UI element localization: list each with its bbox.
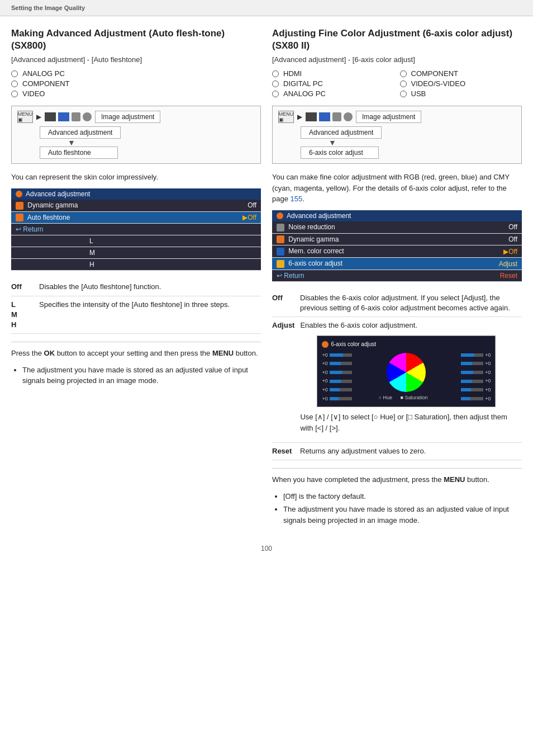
screen-header-icon [16, 191, 22, 197]
def-row-lmh: L M H Specifies the intensity of the [Au… [11, 296, 261, 334]
icon-box-camera [72, 112, 80, 121]
icon-box-dark [45, 112, 56, 121]
icon-box-info [83, 112, 92, 121]
table-row-return: ↩ Return Reset [272, 270, 522, 282]
left-screen-table: Advanced adjustment Dynamic gamma Off [11, 188, 261, 271]
def-row-off: Off Disables the [Auto fleshtone] functi… [11, 278, 261, 296]
radio-circle [400, 91, 407, 97]
color-wheel-diagram: 6-axis color adjust +0 +0 +0 +0 +0 +0 [317, 336, 496, 408]
right-heading: Adjusting Fine Color Adjustment (6-axis … [272, 27, 522, 52]
page-header: Setting the Image Quality [0, 0, 533, 16]
left-menu-diagram: MENU▣ ▶ Image adjustment Advanced adjust… [11, 106, 261, 164]
radio-circle [400, 81, 407, 87]
menu-icon: MENU▣ [278, 111, 294, 123]
divider [11, 342, 261, 342]
row-icon [277, 235, 284, 243]
screen-header-text: Advanced adjustment [287, 212, 351, 220]
def-row-off: Off Disables the 6-axis color adjustment… [272, 290, 522, 317]
table-row-highlighted: 6-axis color adjust Adjust [272, 258, 522, 270]
row-icon [277, 224, 284, 231]
table-row-m: M [11, 247, 261, 259]
list-item: HDMI [272, 69, 394, 78]
right-column: Adjusting Fine Color Adjustment (6-axis … [272, 27, 522, 528]
cw-right-bars: +0 +0 +0 +0 +0 +0 [461, 352, 491, 403]
arrow-right-icon: ▶ [36, 113, 41, 121]
list-item: ANALOG PC [272, 89, 394, 98]
menu-label: Image adjustment [356, 111, 421, 123]
right-screen-table: Advanced adjustment Noise reduction Off [272, 210, 522, 282]
right-body-intro: You can make fine color adjustment with … [272, 172, 522, 205]
color-wheel [387, 353, 426, 392]
cw-left-bars: +0 +0 +0 +0 +0 +0 [322, 352, 351, 403]
def-row-reset: Reset Returns any adjustment values to z… [272, 443, 522, 460]
flow-item-auto: Auto fleshtone [40, 147, 118, 159]
table-row: Dynamic gamma Off [11, 200, 261, 211]
page-ref-link: 155 [291, 195, 303, 203]
arrow-right-icon: ▶ [297, 113, 302, 121]
screen-table: Dynamic gamma Off Auto fleshtone ▶Off ↩ … [11, 200, 261, 271]
radio-circle [400, 70, 407, 77]
divider [272, 468, 522, 469]
flow-item-advanced: Advanced adjustment [301, 126, 382, 139]
header-title: Setting the Image Quality [11, 4, 85, 11]
table-row-h: H [11, 259, 261, 271]
row-icon [16, 202, 23, 210]
list-item: The adjustment you have made is stored a… [283, 504, 522, 526]
menu-flow: Advanced adjustment ▼ 6-axis color adjus… [301, 126, 516, 159]
right-subtitle: [Advanced adjustment] - [6-axis color ad… [272, 55, 522, 64]
table-row: Dynamic gamma Off [272, 233, 522, 245]
icon-box-blue [58, 112, 69, 121]
list-item: [Off] is the factory default. [283, 491, 522, 502]
icon-box-blue [319, 112, 330, 121]
menu-label: Image adjustment [95, 111, 160, 123]
left-column: Making Advanced Adjustment (Auto flesh-t… [11, 27, 261, 528]
icon-box-info [344, 112, 353, 121]
row-icon [16, 214, 23, 221]
icon-row [45, 112, 92, 121]
right-menu-diagram: MENU▣ ▶ Image adjustment Advanced adjust… [272, 106, 522, 164]
right-def-list: Off Disables the 6-axis color adjustment… [272, 290, 522, 460]
row-icon-star [277, 260, 284, 268]
table-row: Mem. color correct ▶Off [272, 245, 522, 258]
radio-circle [272, 81, 279, 87]
radio-circle [272, 70, 279, 77]
left-subtitle: [Advanced adjustment] - [Auto fleshtone] [11, 55, 261, 64]
list-item: COMPONENT [11, 79, 261, 88]
table-row-l: L [11, 235, 261, 247]
screen-header-text: Advanced adjustment [26, 190, 90, 198]
screen-header: Advanced adjustment [11, 188, 261, 200]
left-def-list: Off Disables the [Auto fleshtone] functi… [11, 278, 261, 334]
cw-title-icon [322, 341, 329, 348]
flow-item-advanced: Advanced adjustment [40, 126, 121, 139]
list-item: VIDEO [11, 89, 261, 98]
list-item: VIDEO/S-VIDEO [400, 79, 522, 88]
left-body-text: Press the OK button to accept your setti… [11, 348, 261, 359]
table-row-return: ↩ Return [11, 224, 261, 235]
left-input-list: ANALOG PC COMPONENT VIDEO [11, 69, 261, 98]
icon-box-dark [306, 112, 317, 121]
radio-circle [11, 70, 18, 77]
screen-header: Advanced adjustment [272, 210, 522, 221]
icon-row [306, 112, 353, 121]
list-item: ANALOG PC [11, 69, 261, 78]
screen-header-icon [277, 212, 283, 219]
page-number: 100 [0, 539, 533, 558]
right-body-text: When you have completed the adjustment, … [272, 474, 522, 485]
list-item: DIGITAL PC [272, 79, 394, 88]
radio-circle [11, 91, 18, 97]
def-row-adjust: Adjust Enables the 6-axis color adjustme… [272, 317, 522, 443]
radio-circle [272, 91, 279, 97]
flow-arrow-icon: ▼ [329, 139, 336, 147]
right-bullet-list: [Off] is the factory default. The adjust… [283, 491, 522, 526]
table-row-highlighted: Auto fleshtone ▶Off [11, 211, 261, 224]
left-body-intro: You can represent the skin color impress… [11, 172, 261, 183]
list-item: COMPONENT [400, 69, 522, 78]
right-input-list: HDMI COMPONENT DIGITAL PC VIDEO/S-VIDEO … [272, 69, 522, 98]
flow-arrow-icon: ▼ [68, 139, 75, 147]
use-text: Use [∧] / [∨] to select [○ Hue] or [□ Sa… [300, 412, 522, 433]
menu-icon: MENU▣ [17, 111, 33, 123]
table-row: Noise reduction Off [272, 221, 522, 233]
flow-item-6axis: 6-axis color adjust [301, 147, 379, 159]
list-item: USB [400, 89, 522, 98]
cw-center: ○ Hue ■ Saturation [358, 352, 455, 403]
